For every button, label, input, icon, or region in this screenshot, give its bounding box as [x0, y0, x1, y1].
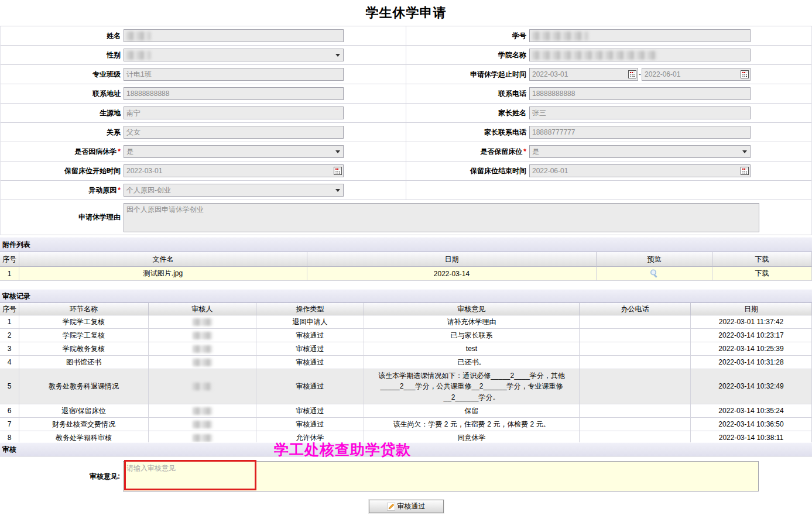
record-seq: 8	[0, 431, 19, 442]
attachments-table-header: 序号 文件名 日期 预览 下载	[0, 252, 812, 267]
parent-name-input[interactable]: 张三	[529, 106, 751, 119]
review-record-row: 3 学院教务复核 审核通过 test 2022-03-14 10:25:39	[0, 342, 812, 356]
review-record-row: 6 退宿/保留床位 审核通过 保留 2022-03-14 10:35:24	[0, 404, 812, 418]
parent-phone-label: 家长联系电话	[406, 128, 529, 138]
approve-button-label: 审核通过	[398, 501, 426, 511]
change-reason-label: 异动原因	[88, 186, 117, 194]
calendar-icon[interactable]	[628, 70, 636, 78]
attachment-date: 2022-03-14	[307, 267, 597, 281]
review-record-row: 4 图书馆还书 审核通过 已还书。 2022-03-14 10:31:28	[0, 356, 812, 369]
review-section-title: 审核	[2, 445, 16, 455]
attachments-section-header: 附件列表	[0, 237, 812, 252]
redacted-value	[126, 32, 151, 40]
magnifier-icon[interactable]	[649, 269, 659, 279]
form-row: 专业班级 计电1班 申请休学起止时间 2022-03-01 - 2022-06-…	[1, 65, 811, 84]
review-opinion-textarea[interactable]	[123, 461, 759, 491]
approve-button[interactable]: 审核通过	[369, 500, 444, 513]
keep-bed-label: 是否保留床位	[480, 147, 522, 156]
col-phone: 办公电话	[580, 303, 691, 315]
student-id-input[interactable]	[529, 29, 751, 42]
form-row: 姓名 学号	[1, 26, 811, 46]
name-input[interactable]	[124, 29, 344, 42]
form-row: 异动原因* 个人原因-创业	[1, 181, 811, 200]
gender-label: 性别	[1, 50, 124, 60]
record-step: 图书馆还书	[19, 356, 149, 369]
record-date: 2022-03-01 11:37:42	[691, 315, 812, 329]
bed-end-date-input[interactable]: 2022-06-01	[529, 164, 751, 177]
form-row: 保留床位开始时间 2022-03-01 保留床位结束时间 2022-06-01	[1, 161, 811, 181]
form-row: 性别 学院名称	[1, 46, 811, 65]
student-id-label: 学号	[406, 31, 529, 41]
record-seq: 6	[0, 404, 19, 418]
record-phone	[580, 404, 691, 418]
col-step: 环节名称	[19, 303, 149, 315]
bed-start-date-input[interactable]: 2022-03-01	[124, 164, 344, 177]
college-input[interactable]	[529, 49, 751, 61]
record-seq: 4	[0, 356, 19, 369]
record-opinion: 已还书。	[364, 356, 580, 369]
redacted-value	[193, 383, 213, 390]
leave-start-date-input[interactable]: 2022-03-01	[529, 68, 638, 81]
bed-start-label: 保留床位开始时间	[1, 166, 124, 176]
record-seq: 3	[0, 342, 19, 356]
redacted-value	[532, 32, 588, 40]
page-header: 学生休学申请	[0, 0, 812, 26]
leave-end-date-input[interactable]: 2022-06-01	[642, 68, 751, 81]
record-opinion: test	[364, 342, 580, 356]
record-seq: 1	[0, 315, 19, 329]
sick-leave-select[interactable]: 是	[124, 145, 344, 158]
review-opinion-label: 审核意见:	[0, 461, 123, 491]
record-reviewer	[149, 329, 256, 342]
col-date: 日期	[307, 252, 597, 267]
contact-phone-input[interactable]: 18888888888	[529, 87, 751, 100]
col-preview: 预览	[597, 252, 712, 267]
parent-phone-input[interactable]: 18888777777	[529, 126, 751, 139]
form-row: 是否因病休学* 是 是否保留床位* 是	[1, 142, 811, 161]
record-phone	[580, 418, 691, 431]
required-mark: *	[117, 186, 121, 194]
leave-reason-textarea[interactable]: 因个人原因申请休学创业	[124, 203, 759, 232]
record-action: 退回申请人	[256, 315, 364, 329]
redacted-value	[126, 51, 151, 60]
calendar-icon[interactable]	[334, 167, 342, 175]
record-reviewer	[149, 356, 256, 369]
required-mark: *	[522, 147, 526, 156]
col-download: 下载	[712, 252, 812, 267]
record-action: 审核通过	[256, 404, 364, 418]
attachment-filename: 测试图片.jpg	[19, 267, 307, 281]
record-opinion: 该生尚欠：学费 2 元，住宿费 2 元，体检费 2 元。	[364, 418, 580, 431]
col-action: 操作类型	[256, 303, 364, 315]
review-records-table-header: 序号 环节名称 审核人 操作类型 审核意见 办公电话 日期	[0, 303, 812, 315]
record-opinion: 请补充休学理由	[364, 315, 580, 329]
review-record-row: 1 学院学工复核 退回申请人 请补充休学理由 2022-03-01 11:37:…	[0, 315, 812, 329]
origin-input[interactable]: 南宁	[124, 106, 344, 119]
annotation-text: 学工处核查助学贷款	[274, 440, 411, 459]
record-action: 审核通过	[256, 329, 364, 342]
record-action: 审核通过	[256, 418, 364, 431]
col-filename: 文件名	[19, 252, 307, 267]
record-phone	[580, 315, 691, 329]
record-date: 2022-03-14 10:31:28	[691, 356, 812, 369]
change-reason-select[interactable]: 个人原因-创业	[124, 184, 344, 197]
download-link[interactable]: 下载	[755, 269, 769, 279]
redacted-value	[193, 407, 213, 415]
calendar-icon[interactable]	[741, 167, 749, 175]
record-action: 审核通过	[256, 369, 364, 404]
bed-end-label: 保留床位结束时间	[406, 166, 529, 176]
record-step: 教务处学籍科审核	[19, 431, 149, 442]
record-phone	[580, 329, 691, 342]
calendar-icon[interactable]	[741, 70, 749, 78]
contact-address-input[interactable]: 18888888888	[124, 87, 344, 100]
class-input[interactable]: 计电1班	[124, 68, 344, 81]
gender-select[interactable]	[124, 49, 344, 61]
redacted-value	[193, 434, 213, 442]
col-date: 日期	[691, 303, 812, 315]
redacted-value	[193, 421, 213, 428]
record-step: 学院学工复核	[19, 329, 149, 342]
attachment-row: 1 测试图片.jpg 2022-03-14 下载	[0, 267, 812, 281]
record-reviewer	[149, 369, 256, 404]
record-action: 审核通过	[256, 356, 364, 369]
name-label: 姓名	[1, 31, 124, 41]
keep-bed-select[interactable]: 是	[529, 145, 751, 158]
relation-input[interactable]: 父女	[124, 126, 344, 139]
